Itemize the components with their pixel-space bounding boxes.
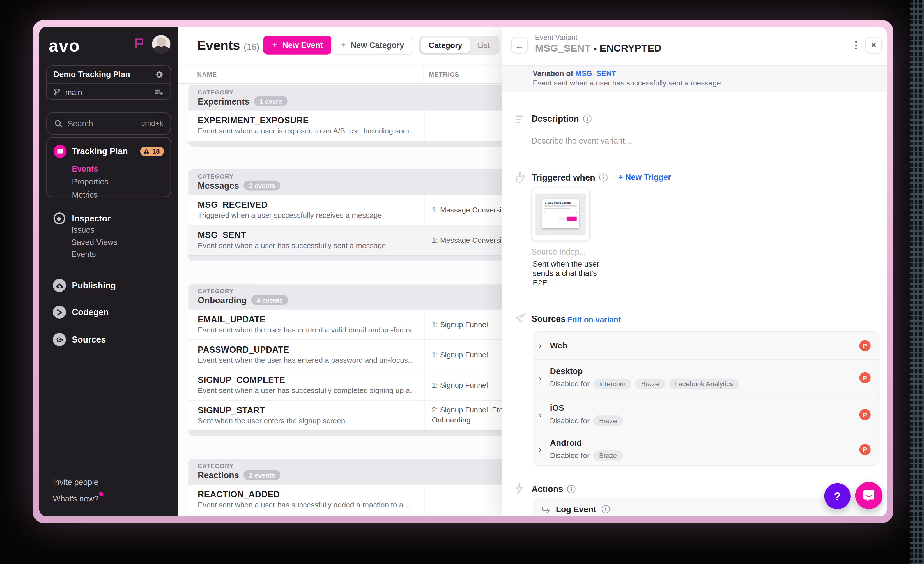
info-icon[interactable]: i: [600, 173, 608, 182]
flag-icon[interactable]: [134, 37, 144, 48]
column-metrics: METRICS: [429, 70, 459, 78]
category-count-badge: 2 events: [244, 470, 280, 480]
sidebar-item-events[interactable]: Events: [72, 163, 164, 176]
sidebar: avo Demo Tracking Plan: [39, 27, 178, 516]
view-toggle-list[interactable]: List: [470, 37, 497, 53]
inspector-label: Inspector: [72, 214, 111, 223]
trigger-icon: [514, 172, 525, 183]
arrow-circle-icon: [53, 333, 66, 346]
variation-link[interactable]: MSG_SENT: [575, 70, 616, 78]
info-icon[interactable]: i: [567, 485, 576, 494]
disabled-for-label: Disabled for: [550, 417, 590, 425]
edit-on-variant-link[interactable]: Edit on variant: [567, 315, 621, 324]
new-category-button[interactable]: + New Category: [331, 36, 414, 55]
gear-icon[interactable]: [154, 70, 164, 79]
event-name-cell: EMAIL_UPDATEEvent sent when the user has…: [188, 310, 424, 340]
event-name: EMAIL_UPDATE: [198, 314, 416, 324]
chevron-right-icon[interactable]: ›: [538, 373, 542, 383]
panel-header: ← Event Variant MSG_SENT - ENCRYPTED ✕: [502, 27, 887, 65]
branch-selector[interactable]: main: [47, 83, 170, 100]
view-toggle: Category List: [419, 36, 499, 55]
sidebar-item-inspector[interactable]: Inspector: [53, 212, 111, 225]
destination-pill-braze: Braze: [635, 379, 665, 389]
triggered-when-heading: Triggered when i: [532, 173, 608, 182]
help-button[interactable]: ?: [824, 483, 850, 509]
avo-logo[interactable]: avo: [49, 36, 80, 56]
log-event-icon: [542, 506, 550, 513]
workspace-selector[interactable]: Demo Tracking Plan: [47, 66, 170, 83]
git-branch-icon: [54, 88, 62, 96]
warning-icon: [143, 148, 150, 154]
description-heading: Description i: [532, 114, 591, 124]
tracking-plan-icon: [54, 145, 67, 158]
event-name-cell: REACTION_ADDEDEvent sent when a user has…: [188, 485, 424, 515]
column-divider: [424, 65, 424, 83]
view-toggle-category[interactable]: Category: [421, 37, 470, 53]
event-name: SIGNUP_COMPLETE: [198, 375, 416, 384]
event-description: Event sent when a user has successfully …: [198, 501, 416, 509]
info-icon[interactable]: i: [583, 115, 592, 123]
description-input[interactable]: Describe the event variant...: [532, 136, 632, 145]
new-branch-icon[interactable]: [154, 87, 164, 96]
source-status-badge: P: [860, 444, 871, 455]
tracking-plan-card: Tracking Plan 18 EventsPropertiesMetri: [46, 137, 171, 197]
plus-icon: +: [340, 40, 346, 50]
chevron-right-icon[interactable]: ›: [538, 340, 542, 350]
source-row-web[interactable]: ›WebP: [533, 332, 879, 359]
panel-type-label: Event Variant: [535, 33, 578, 42]
trigger-source-label: Source Indep...: [532, 247, 586, 256]
event-name-cell: MSG_SENTEvent sent when a user has succe…: [188, 226, 424, 255]
branch-name: main: [65, 87, 154, 96]
sidebar-link-what-s-new-[interactable]: What's new?: [53, 492, 103, 503]
sources-card: ›WebP›DesktopDisabled forIntercomBrazeFa…: [533, 331, 879, 466]
source-status-badge: P: [860, 409, 871, 420]
event-name-cell: EXPERIMENT_EXPOSUREEvent sent when a use…: [188, 111, 424, 141]
sidebar-item-publishing[interactable]: Publishing: [53, 279, 116, 292]
event-name-cell: SIGNUP_STARTSent when the user enters th…: [188, 401, 424, 430]
source-disabled-row: Disabled forBraze: [550, 450, 879, 461]
sidebar-item-inspector-saved-views[interactable]: Saved Views: [71, 236, 117, 248]
new-trigger-button[interactable]: + New Trigger: [618, 173, 671, 182]
workspace-box: Demo Tracking Plan: [46, 65, 171, 100]
source-status-badge: P: [860, 372, 871, 383]
close-button[interactable]: ✕: [866, 37, 882, 53]
sidebar-item-tracking-plan[interactable]: Tracking Plan 18: [54, 145, 164, 158]
sidebar-link-invite-people[interactable]: Invite people: [53, 478, 98, 487]
source-name: iOS: [550, 403, 879, 413]
actions-icon: [514, 482, 524, 494]
notification-dot: [99, 492, 103, 496]
search-icon: [54, 119, 63, 128]
avatar[interactable]: [152, 35, 171, 54]
sidebar-item-inspector-events[interactable]: Events: [71, 248, 117, 261]
variation-prefix: Variation of: [533, 70, 575, 78]
chevron-right-icon[interactable]: ›: [538, 409, 542, 419]
sidebar-item-metrics[interactable]: Metrics: [72, 188, 164, 202]
source-row-ios[interactable]: ›iOSDisabled forBrazeP: [533, 396, 879, 432]
chat-bubble-icon: [862, 489, 876, 502]
source-row-desktop[interactable]: ›DesktopDisabled forIntercomBrazeFaceboo…: [533, 359, 879, 396]
event-name: REACTION_ADDED: [198, 490, 416, 499]
more-options-icon[interactable]: [851, 40, 861, 50]
warning-badge[interactable]: 18: [140, 147, 164, 156]
event-name: EXPERIMENT_EXPOSURE: [198, 116, 416, 125]
sidebar-item-codegen[interactable]: Codegen: [53, 305, 108, 319]
variation-description: Event sent when a user has successfully …: [533, 79, 887, 87]
sources-heading: Sources: [532, 314, 566, 323]
page-title: Events(16): [197, 38, 260, 54]
sidebar-item-inspector-issues[interactable]: Issues: [71, 224, 117, 236]
trigger-caption: Sent when the user sends a chat that's E…: [533, 259, 603, 288]
new-event-button[interactable]: + New Event: [263, 36, 332, 55]
trigger-thumbnail[interactable]: Create event variant: [532, 187, 590, 241]
log-event-label: Log Event: [556, 504, 596, 514]
search-input[interactable]: Search cmd+k: [46, 112, 171, 135]
sidebar-item-sources[interactable]: Sources: [53, 333, 106, 346]
info-icon[interactable]: i: [602, 505, 610, 513]
event-description: Event sent when a user is exposed to an …: [198, 127, 416, 135]
back-button[interactable]: ←: [512, 37, 528, 53]
sidebar-item-properties[interactable]: Properties: [72, 176, 164, 189]
source-row-android[interactable]: ›AndroidDisabled forBrazeP: [533, 432, 879, 465]
variation-banner: Variation of MSG_SENT Event sent when a …: [502, 65, 887, 92]
chevron-right-icon[interactable]: ›: [538, 444, 542, 454]
event-name-cell: PASSWORD_UPDATEEvent sent when the user …: [188, 340, 424, 370]
chat-button[interactable]: [855, 482, 882, 509]
